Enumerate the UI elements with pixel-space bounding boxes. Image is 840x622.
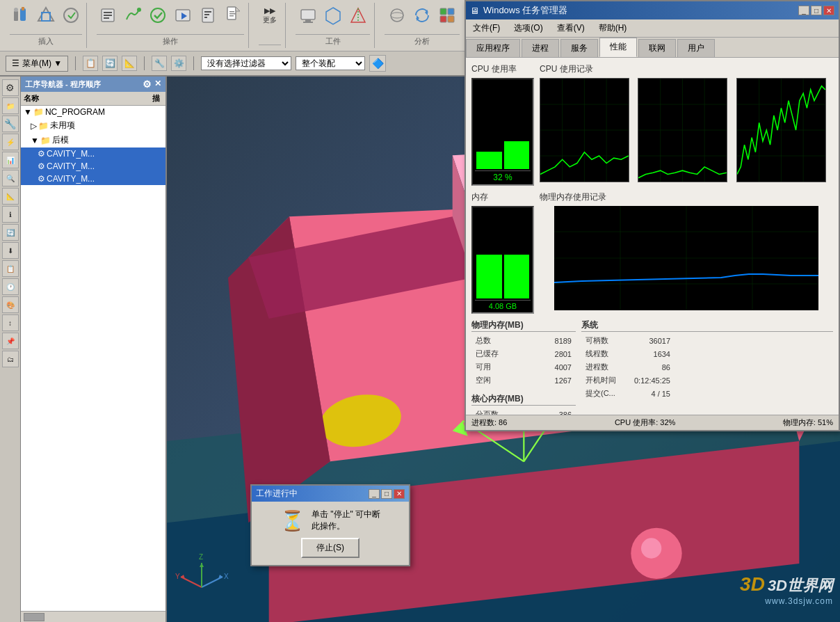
navigator-close-icon[interactable]: ✕ [154,79,161,90]
sidebar-btn-10[interactable]: 📋 [2,260,19,277]
toolbar-icons-more: ▶▶更多 [259,4,281,26]
assembly-dropdown[interactable]: 整个装配 [296,56,365,70]
assembly-icon[interactable]: 🔷 [369,55,386,72]
section-label-more [259,45,281,47]
create-geometry-icon[interactable] [35,4,57,26]
tm-memory-section: 内存 4.08 GB 物理内存使用记 [471,191,833,314]
tm-menu-file[interactable]: 文件(F) [469,21,504,35]
toolbar-icon-2[interactable]: 🔄 [102,56,118,71]
tm-system-stats: 系统 可柄数36017 线程数1634 进程数86 开机时间0:12:45:25… [581,319,833,415]
progress-restore[interactable]: □ [381,489,392,499]
watermark: 3D 3D世界网 www.3dsjw.com [708,573,833,615]
toolbar-icon-5[interactable]: ⚙️ [171,56,186,71]
nav-item-cavity2[interactable]: ⚙ CAVITY_M... [21,160,165,173]
stop-button[interactable]: 停止(S) [301,538,360,558]
sidebar-btn-5[interactable]: 🔍 [2,170,19,186]
tm-cpu-history-1 [540,78,629,182]
create-tool-icon[interactable] [10,4,32,26]
sidebar-btn-settings[interactable]: ⚙ [2,79,19,96]
tm-sys-val-2: 86 [620,361,673,373]
tm-mem-bar2 [504,255,530,298]
spacer [471,388,576,393]
sidebar-btn-9[interactable]: ⬇ [2,242,19,259]
nav-item-cavity3[interactable]: ⚙ CAVITY_M... [21,173,165,185]
toolbar-icon-3[interactable]: 📐 [122,56,137,71]
filter-dropdown[interactable]: 没有选择过滤器 [201,56,291,70]
svg-rect-26 [303,22,313,23]
table-row: 进程数86 [583,361,673,373]
tm-memory-left: 内存 4.08 GB [471,191,534,314]
tm-memory-chart: 4.08 GB [471,206,534,314]
scroll-thumb-h[interactable] [24,613,45,621]
sidebar-btn-13[interactable]: ↕ [2,314,19,331]
sidebar-btn-15[interactable]: 🗂 [2,351,19,367]
tm-cpu-section: CPU 使用率 32 % [471,63,833,186]
main-menu-button[interactable]: ☰ 菜单(M) ▼ [6,56,68,72]
sidebar-btn-11[interactable]: 🕐 [2,278,19,295]
create-operation-icon[interactable] [60,4,82,26]
sidebar-btn-3[interactable]: ⚡ [2,134,19,150]
sidebar-btn-7[interactable]: ℹ [2,206,19,223]
tm-tab-network[interactable]: 联网 [638,39,676,57]
svg-point-29 [391,9,403,22]
nav-item-rearmod[interactable]: ▼ 📁 后模 [21,133,165,147]
postprocess-icon[interactable] [197,4,219,26]
progress-row: ⏳ 单击 "停止" 可中断 此操作。 [280,509,380,532]
tm-close[interactable]: ✕ [823,6,834,15]
toolbar-group-insert: 插入 [6,3,87,48]
tm-minimize[interactable]: _ [798,6,809,15]
progress-dialog: 工作进行中 _ □ ✕ ⏳ 单击 "停止" 可中断 此操作。 停止(S) [250,484,410,566]
menu-label: 菜单(M) ▼ [22,58,62,70]
tm-tab-process[interactable]: 进程 [522,39,559,57]
tm-footer-processes: 进程数: 86 [471,417,507,428]
draft-analysis-icon[interactable] [347,4,369,26]
sidebar-btn-1[interactable]: 📁 [2,97,19,114]
tm-tab-perf[interactable]: 性能 [599,38,637,57]
sidebar-btn-8[interactable]: 🔄 [2,224,19,241]
nav-item-unused[interactable]: ▷ 📁 未用项 [21,118,165,133]
nav-label-cavity2: CAVITY_M... [47,161,95,171]
navigator-settings-icon[interactable]: ⚙ [143,79,152,90]
more-icon[interactable]: ▶▶更多 [259,4,281,26]
verify-toolpath-icon[interactable] [147,4,169,26]
display-icon[interactable] [297,4,319,26]
sidebar-btn-4[interactable]: 📊 [2,152,19,168]
tm-sys-label-0: 可柄数 [583,335,619,346]
sidebar-btn-14[interactable]: 📌 [2,333,19,349]
svg-rect-3 [22,7,24,10]
sync-model-icon[interactable] [411,4,433,26]
tm-tab-users[interactable]: 用户 [677,39,715,57]
nav-table-header: 名称 描 [21,92,165,106]
progress-close[interactable]: ✕ [394,489,405,499]
machining-tools-icon[interactable] [436,4,458,26]
nav-item-cavity1[interactable]: ⚙ CAVITY_M... [21,147,165,160]
progress-minimize[interactable]: _ [369,489,380,499]
tm-menu-options[interactable]: 选项(O) [510,21,547,35]
tm-menu-view[interactable]: 查看(V) [553,21,589,35]
task-manager-window: 🖥 Windows 任务管理器 _ □ ✕ 文件(F) 选项(O) 查看(V) … [465,0,840,431]
sidebar-btn-2[interactable]: 🔧 [2,115,19,132]
toolbar-icon-1[interactable]: 📋 [83,56,98,71]
svg-point-1 [14,8,18,12]
tm-restore[interactable]: □ [811,6,822,15]
3d-ipw-icon[interactable] [322,4,344,26]
tm-tab-service[interactable]: 服务 [560,39,598,57]
shop-doc-icon[interactable] [222,4,244,26]
nav-scrollbar-h[interactable] [21,611,165,622]
generate-toolpath-icon[interactable] [122,4,144,26]
sidebar-btn-12[interactable]: 🎨 [2,296,19,313]
tm-memory-history-title: 物理内存使用记录 [540,191,833,203]
svg-point-61 [641,538,661,558]
tm-tab-apps[interactable]: 应用程序 [466,39,520,57]
nav-icon-rearmod: 📁 [40,136,51,145]
machine-sim-icon[interactable] [172,4,194,26]
tm-menu-help[interactable]: 帮助(H) [595,21,631,35]
properties-icon[interactable] [97,4,119,26]
progress-msg-line1: 单击 "停止" 可中断 [312,509,380,520]
table-row: 开机时间0:12:45:25 [583,374,673,386]
tm-sys-label-4: 提交(C... [583,388,619,399]
nav-item-nc[interactable]: ▼ 📁 NC_PROGRAM [21,106,165,118]
geometry-icon[interactable] [386,4,408,26]
sidebar-btn-6[interactable]: 📐 [2,188,19,205]
toolbar-icon-4[interactable]: 🔧 [152,56,167,71]
